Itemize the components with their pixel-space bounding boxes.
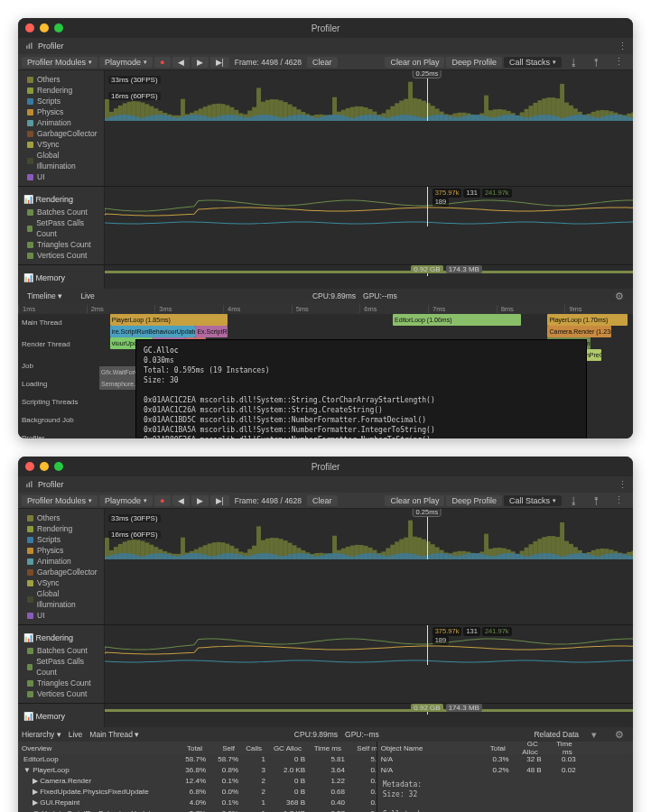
cpu-legend-item[interactable]: Others bbox=[23, 74, 98, 85]
cpu-legend-item[interactable]: Physics bbox=[23, 545, 98, 556]
timeline-block[interactable]: Camera.Render (1.23ms) bbox=[547, 326, 611, 337]
record-button[interactable]: ● bbox=[154, 495, 170, 506]
prev-frame-button[interactable]: ◀ bbox=[172, 57, 190, 68]
cpu-legend-item[interactable]: GarbageCollector bbox=[23, 567, 98, 577]
load-icon[interactable]: ⭳ bbox=[563, 495, 584, 506]
tab-profiler[interactable]: Profiler bbox=[18, 478, 71, 491]
rendering-module-header[interactable]: 📊 Rendering bbox=[23, 632, 98, 643]
related-row[interactable]: N/A0.2%48 B0.02 bbox=[377, 765, 633, 776]
hierarchy-rows[interactable]: EditorLoop 58.7%58.7%1 0 B5.815.81▼ Play… bbox=[18, 754, 377, 812]
minimize-icon[interactable] bbox=[40, 23, 49, 32]
timeline-block[interactable]: Ex.ScriptRunGrid bbox=[195, 326, 227, 337]
cpu-legend-item[interactable]: GarbageCollector bbox=[23, 128, 98, 139]
cpu-legend-item[interactable]: Global Illumination bbox=[23, 150, 98, 171]
timeline-row-label[interactable]: Scripting Threads bbox=[18, 393, 99, 411]
gear-icon[interactable]: ⚙ bbox=[609, 729, 629, 741]
rendering-legend-item[interactable]: Batches Count bbox=[23, 645, 98, 656]
playmode-dropdown[interactable]: Playmode bbox=[99, 57, 153, 68]
cpu-legend-item[interactable]: VSync bbox=[23, 139, 98, 150]
timeline-row-label[interactable]: Loading bbox=[18, 375, 99, 393]
cpu-legend-item[interactable]: Scripts bbox=[23, 96, 98, 106]
cpu-legend-item[interactable]: Rendering bbox=[23, 85, 98, 96]
cpu-legend-item[interactable]: Others bbox=[23, 512, 98, 523]
kebab-menu-icon[interactable]: ⋮ bbox=[609, 494, 629, 506]
hierarchy-row[interactable]: EditorLoop 58.7%58.7%1 0 B5.815.81 bbox=[18, 754, 377, 765]
related-rows[interactable]: N/A0.3%32 B0.03N/A0.2%48 B0.02N/A0.2%48 … bbox=[377, 754, 633, 776]
view-mode-dropdown[interactable]: Hierarchy ▾ bbox=[22, 730, 61, 739]
playmode-dropdown[interactable]: Playmode bbox=[99, 495, 153, 506]
last-frame-button[interactable]: ▶| bbox=[210, 495, 229, 506]
live-toggle[interactable]: Live bbox=[69, 730, 83, 739]
hierarchy-row[interactable]: ▼ PlayerLoop 36.8%0.8%3 2.0 KB3.640.08 bbox=[18, 765, 377, 776]
call-stacks-dropdown[interactable]: Call Stacks bbox=[504, 495, 562, 506]
thread-dropdown[interactable]: Main Thread ▾ bbox=[89, 730, 139, 739]
clear-on-play-toggle[interactable]: Clear on Play bbox=[385, 57, 444, 68]
record-button[interactable]: ● bbox=[154, 57, 170, 68]
rendering-legend-item[interactable]: SetPass Calls Count bbox=[23, 217, 98, 239]
details-dropdown-icon[interactable]: ▾ bbox=[586, 729, 602, 741]
related-row[interactable]: N/A0.3%32 B0.03 bbox=[377, 754, 633, 765]
rendering-legend-item[interactable]: Triangles Count bbox=[23, 678, 98, 688]
view-mode-dropdown[interactable]: Timeline ▾ bbox=[22, 291, 68, 301]
cpu-legend-item[interactable]: Rendering bbox=[23, 523, 98, 534]
deep-profile-toggle[interactable]: Deep Profile bbox=[446, 57, 502, 68]
rendering-legend-item[interactable]: Vertices Count bbox=[23, 688, 98, 699]
rendering-legend-item[interactable]: SetPass Calls Count bbox=[23, 656, 98, 678]
timeline-block[interactable]: PlayerLoop (1.70ms) bbox=[547, 314, 628, 326]
kebab-menu-icon[interactable]: ⋮ bbox=[612, 479, 633, 491]
cpu-legend-item[interactable]: Animation bbox=[23, 117, 98, 128]
clear-button[interactable]: Clear bbox=[307, 57, 338, 68]
cpu-legend-item[interactable]: Animation bbox=[23, 556, 98, 567]
timeline-row-label[interactable]: Profiler bbox=[18, 429, 99, 438]
hierarchy-row[interactable]: ▶ FixedUpdate.PhysicsFixedUpdate 6.8%0.0… bbox=[18, 787, 377, 798]
rendering-legend-item[interactable]: Batches Count bbox=[23, 207, 98, 217]
call-stacks-dropdown[interactable]: Call Stacks bbox=[504, 57, 562, 68]
hierarchy-row[interactable]: ▼ Update.ScriptRunBehaviourUpdate 3.7%0.… bbox=[18, 808, 377, 812]
cpu-legend-item[interactable]: Physics bbox=[23, 106, 98, 117]
memory-module-header[interactable]: 📊 Memory bbox=[23, 711, 98, 722]
live-toggle[interactable]: Live bbox=[75, 291, 100, 301]
timeline-block[interactable]: ire.ScriptRunBehaviourUpdate (0.3 bbox=[110, 326, 196, 337]
cpu-legend-item[interactable]: UI bbox=[23, 610, 98, 621]
hierarchy-row[interactable]: ▶ GUI.Repaint 4.0%0.1%1 368 B0.400.01 bbox=[18, 798, 377, 808]
profiler-modules-dropdown[interactable]: Profiler Modules bbox=[22, 495, 98, 506]
close-icon[interactable] bbox=[25, 23, 34, 32]
kebab-menu-icon[interactable]: ⋮ bbox=[612, 41, 633, 52]
hierarchy-row[interactable]: ▶ Camera.Render 12.4%0.1%2 0 B1.220.01 bbox=[18, 776, 377, 787]
load-icon[interactable]: ⭳ bbox=[563, 57, 584, 68]
timeline-row-label[interactable]: Job bbox=[18, 357, 99, 375]
timeline-row-label[interactable]: Background Job bbox=[18, 411, 99, 429]
memory-module-header[interactable]: 📊 Memory bbox=[23, 272, 98, 283]
rendering-legend-item[interactable]: Vertices Count bbox=[23, 250, 98, 261]
last-frame-button[interactable]: ▶| bbox=[210, 57, 229, 68]
hierarchy-header-row[interactable]: Overview Total Self Calls GC Alloc Time … bbox=[18, 742, 377, 754]
save-icon[interactable]: ⭱ bbox=[586, 57, 607, 68]
cpu-legend-item[interactable]: VSync bbox=[23, 577, 98, 588]
rendering-legend-item[interactable]: Triangles Count bbox=[23, 239, 98, 250]
cpu-legend-item[interactable]: UI bbox=[23, 171, 98, 182]
timeline-row-label[interactable]: Render Thread bbox=[18, 336, 99, 354]
maximize-icon[interactable] bbox=[54, 462, 63, 471]
rendering-module-header[interactable]: 📊 Rendering bbox=[23, 194, 98, 205]
next-frame-button[interactable]: ▶ bbox=[191, 57, 209, 68]
minimize-icon[interactable] bbox=[40, 462, 49, 471]
tab-profiler[interactable]: Profiler bbox=[18, 40, 71, 52]
close-icon[interactable] bbox=[25, 462, 34, 471]
timeline-block[interactable]: PlayerLoop (1.85ms) bbox=[110, 314, 228, 326]
cpu-legend-item[interactable]: Global Illumination bbox=[23, 588, 98, 610]
prev-frame-button[interactable]: ◀ bbox=[172, 495, 190, 506]
related-header-row[interactable]: Object Name Total GC Alloc Time ms bbox=[377, 742, 633, 754]
save-icon[interactable]: ⭱ bbox=[586, 495, 607, 506]
maximize-icon[interactable] bbox=[54, 23, 63, 32]
deep-profile-toggle[interactable]: Deep Profile bbox=[446, 495, 502, 506]
cpu-legend-item[interactable]: Scripts bbox=[23, 534, 98, 545]
timeline-body[interactable]: 1ms2ms3ms4ms5ms6ms7ms8ms9ms Main ThreadR… bbox=[18, 303, 633, 438]
timeline-block[interactable]: EditorLoop (1.06ms) bbox=[393, 314, 521, 326]
timeline-row-label[interactable]: Main Thread bbox=[18, 314, 99, 332]
clear-on-play-toggle[interactable]: Clear on Play bbox=[385, 495, 444, 506]
next-frame-button[interactable]: ▶ bbox=[191, 495, 209, 506]
profiler-modules-dropdown[interactable]: Profiler Modules bbox=[22, 57, 98, 68]
gear-icon[interactable]: ⚙ bbox=[609, 291, 629, 302]
clear-button[interactable]: Clear bbox=[307, 495, 338, 506]
kebab-menu-icon[interactable]: ⋮ bbox=[609, 56, 629, 68]
